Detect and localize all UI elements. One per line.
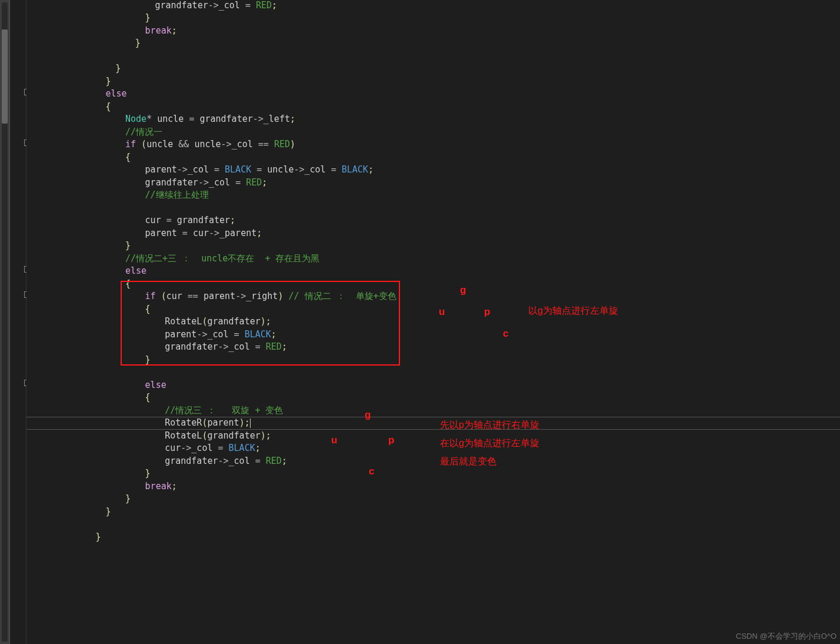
- code-line[interactable]: cur->_col = BLACK;: [26, 443, 840, 456]
- code-line[interactable]: if (uncle && uncle->_col == RED): [26, 139, 840, 152]
- code-line[interactable]: {: [26, 152, 840, 165]
- anno-tree-node: c: [369, 466, 374, 477]
- code-line[interactable]: //情况一: [26, 127, 840, 140]
- code-editor[interactable]: grandfater->_col = RED;}break;}}}else{No…: [26, 0, 840, 644]
- code-line[interactable]: [26, 519, 840, 532]
- code-line[interactable]: else: [26, 88, 840, 101]
- code-line[interactable]: parent->_col = BLACK = uncle->_col = BLA…: [26, 164, 840, 177]
- vertical-scrollbar[interactable]: [0, 0, 10, 644]
- code-line[interactable]: grandfater->_col = RED;: [26, 456, 840, 469]
- code-line[interactable]: {: [26, 304, 840, 317]
- code-line[interactable]: }: [26, 38, 840, 51]
- code-line[interactable]: [26, 51, 840, 64]
- code-line[interactable]: RotateL(grandfater);: [26, 316, 840, 329]
- code-line[interactable]: grandfater->_col = RED;: [26, 0, 840, 13]
- code-line[interactable]: }: [26, 240, 840, 253]
- fold-gutter[interactable]: -----: [10, 0, 26, 644]
- code-line[interactable]: parent->_col = BLACK;: [26, 329, 840, 342]
- code-line[interactable]: //继续往上处理: [26, 190, 840, 203]
- code-line[interactable]: if (cur == parent->_right) // 情况二 ： 单旋+变…: [26, 291, 840, 304]
- code-line[interactable]: }: [26, 506, 840, 519]
- anno-tree-node: p: [388, 434, 394, 446]
- code-line[interactable]: }: [26, 493, 840, 506]
- anno-label: 最后就是变色: [440, 456, 496, 468]
- anno-label: 以g为轴点进行左单旋: [528, 305, 618, 317]
- watermark: CSDN @不会学习的小白O^O: [736, 631, 836, 642]
- code-line[interactable]: }: [26, 63, 840, 76]
- code-line[interactable]: RotateL(grandfater);: [26, 430, 840, 443]
- code-line[interactable]: parent = cur->_parent;: [26, 228, 840, 241]
- anno-label: 在以g为轴点进行左单旋: [440, 437, 539, 450]
- code-line[interactable]: grandfater->_col = RED;: [26, 177, 840, 190]
- code-line[interactable]: break;: [26, 25, 840, 38]
- anno-tree-node: u: [439, 306, 445, 318]
- code-line[interactable]: break;: [26, 481, 840, 494]
- code-line[interactable]: //情况三 ： 双旋 + 变色: [26, 405, 840, 418]
- scrollbar-thumb[interactable]: [2, 29, 8, 124]
- code-line[interactable]: {: [26, 278, 840, 291]
- code-line[interactable]: else: [26, 380, 840, 393]
- anno-label: 先以p为轴点进行右单旋: [440, 419, 539, 431]
- code-line[interactable]: }: [26, 12, 840, 25]
- code-line[interactable]: {: [26, 392, 840, 405]
- code-line[interactable]: RotateR(parent);: [26, 417, 840, 430]
- code-line[interactable]: }: [26, 532, 840, 545]
- code-line[interactable]: }: [26, 354, 840, 367]
- code-line[interactable]: grandfater->_col = RED;: [26, 341, 840, 354]
- code-line[interactable]: //情况二+三 ： uncle不存在 + 存在且为黑: [26, 253, 840, 266]
- code-line[interactable]: [26, 203, 840, 215]
- code-line[interactable]: }: [26, 468, 840, 481]
- anno-tree-node: p: [484, 306, 490, 318]
- anno-tree-node: u: [331, 434, 337, 446]
- anno-tree-node: g: [365, 409, 371, 421]
- code-line[interactable]: else: [26, 265, 840, 278]
- text-cursor: [250, 419, 251, 428]
- anno-tree-node: c: [503, 328, 508, 340]
- code-line[interactable]: [26, 367, 840, 380]
- code-line[interactable]: Node* uncle = grandfater->_left;: [26, 114, 840, 127]
- anno-tree-node: g: [460, 284, 466, 296]
- code-line[interactable]: {: [26, 101, 840, 114]
- code-line[interactable]: [26, 544, 840, 557]
- code-line[interactable]: }: [26, 76, 840, 89]
- code-line[interactable]: cur = grandfater;: [26, 215, 840, 228]
